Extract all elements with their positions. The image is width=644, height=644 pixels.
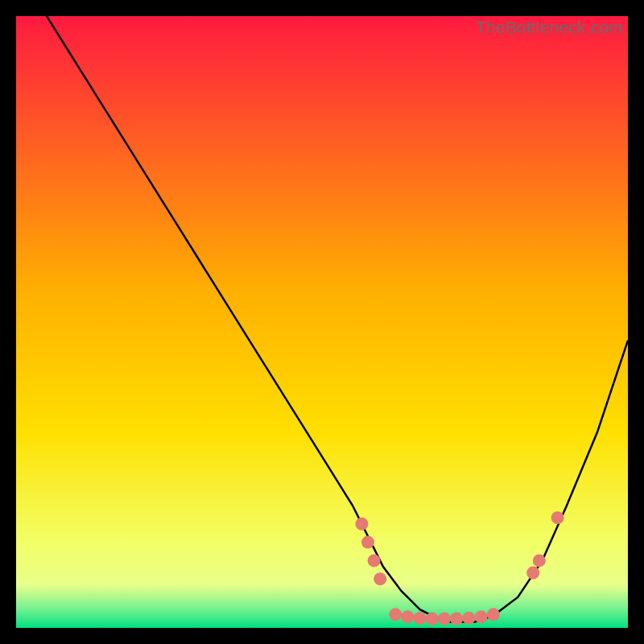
- curve-marker: [426, 613, 439, 625]
- plot-svg: [16, 16, 628, 628]
- chart-frame: TheBottleneck.com: [16, 16, 628, 628]
- watermark-label: TheBottleneck.com: [476, 18, 623, 37]
- curve-marker: [475, 610, 488, 623]
- gradient-background: [16, 16, 628, 628]
- curve-marker: [450, 613, 463, 625]
- curve-marker: [368, 554, 381, 567]
- curve-marker: [526, 567, 539, 580]
- curve-marker: [462, 612, 475, 625]
- curve-marker: [355, 518, 368, 530]
- curve-marker: [374, 572, 386, 585]
- curve-marker: [438, 613, 451, 625]
- curve-marker: [533, 554, 546, 567]
- curve-marker: [361, 536, 374, 549]
- curve-marker: [389, 608, 402, 621]
- curve-marker: [551, 511, 564, 524]
- curve-marker: [487, 608, 500, 621]
- curve-marker: [414, 612, 427, 625]
- curve-marker: [401, 610, 414, 623]
